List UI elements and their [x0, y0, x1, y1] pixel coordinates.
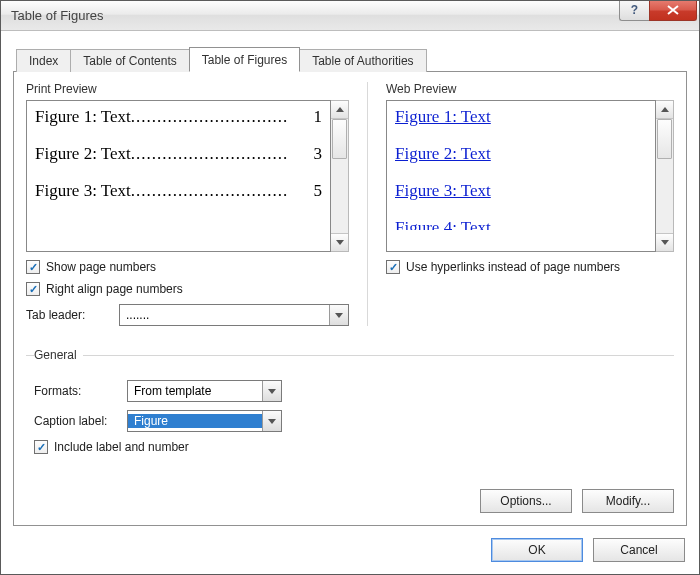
print-preview-column: Print Preview Figure 1: Text ...........…: [26, 82, 368, 326]
dropdown-button[interactable]: [262, 411, 281, 431]
leader-dots: ..............................: [131, 144, 314, 164]
print-preview-label: Print Preview: [26, 82, 349, 96]
print-preview-item-page: 1: [314, 107, 323, 127]
web-preview-link[interactable]: Figure 1: Text: [395, 107, 491, 127]
scroll-thumb[interactable]: [657, 119, 672, 159]
tab-pane: Print Preview Figure 1: Text ...........…: [13, 71, 687, 526]
use-hyperlinks-label: Use hyperlinks instead of page numbers: [406, 260, 620, 274]
include-label-label: Include label and number: [54, 440, 189, 454]
right-align-row: Right align page numbers: [26, 282, 349, 296]
tab-table-of-contents[interactable]: Table of Contents: [70, 49, 189, 72]
options-button[interactable]: Options...: [480, 489, 572, 513]
show-page-numbers-label: Show page numbers: [46, 260, 156, 274]
show-page-numbers-checkbox[interactable]: [26, 260, 40, 274]
print-preview-row: Figure 3: Text .........................…: [35, 181, 322, 201]
formats-label: Formats:: [34, 384, 119, 398]
chevron-up-icon: [661, 107, 669, 112]
scroll-down-button[interactable]: [656, 233, 673, 251]
formats-row: Formats: From template: [34, 380, 674, 402]
preview-columns: Print Preview Figure 1: Text ...........…: [26, 82, 674, 326]
print-preview-item-label: Figure 2: Text: [35, 144, 131, 164]
print-preview-item-label: Figure 3: Text: [35, 181, 131, 201]
modify-button[interactable]: Modify...: [582, 489, 674, 513]
formats-value: From template: [128, 384, 262, 398]
chevron-down-icon: [268, 419, 276, 424]
web-preview-link[interactable]: Figure 4: Text: [395, 218, 491, 230]
dropdown-button[interactable]: [262, 381, 281, 401]
tab-leader-value: .......: [120, 308, 329, 322]
right-align-checkbox[interactable]: [26, 282, 40, 296]
chevron-down-icon: [661, 240, 669, 245]
tab-table-of-figures[interactable]: Table of Figures: [189, 47, 300, 72]
web-preview-row: Figure 4: Text: [395, 218, 647, 230]
tab-index[interactable]: Index: [16, 49, 71, 72]
tabstrip: Index Table of Contents Table of Figures…: [16, 45, 687, 71]
include-label-row: Include label and number: [34, 440, 674, 454]
ok-button[interactable]: OK: [491, 538, 583, 562]
print-preview-box: Figure 1: Text .........................…: [26, 100, 331, 252]
scroll-up-button[interactable]: [656, 101, 673, 119]
help-button[interactable]: ?: [619, 1, 649, 21]
web-preview-scrollbar[interactable]: [656, 100, 674, 252]
tab-leader-select[interactable]: .......: [119, 304, 349, 326]
show-page-numbers-row: Show page numbers: [26, 260, 349, 274]
scroll-track[interactable]: [331, 119, 348, 233]
scroll-down-button[interactable]: [331, 233, 348, 251]
dialog-content: Index Table of Contents Table of Figures…: [1, 31, 699, 574]
web-preview-row: Figure 2: Text: [395, 144, 647, 164]
close-button[interactable]: [649, 1, 697, 21]
close-icon: [667, 5, 679, 15]
dropdown-button[interactable]: [329, 305, 348, 325]
chevron-down-icon: [336, 240, 344, 245]
caption-label-label: Caption label:: [34, 414, 119, 428]
chevron-down-icon: [268, 389, 276, 394]
caption-label-row: Caption label: Figure: [34, 410, 674, 432]
print-preview-item-page: 3: [314, 144, 323, 164]
titlebar: Table of Figures ?: [1, 1, 699, 31]
include-label-checkbox[interactable]: [34, 440, 48, 454]
tab-leader-row: Tab leader: .......: [26, 304, 349, 326]
web-preview-label: Web Preview: [386, 82, 674, 96]
web-preview-column: Web Preview Figure 1: Text Figure 2: Tex…: [368, 82, 674, 326]
window-buttons: ?: [619, 1, 697, 23]
caption-label-select[interactable]: Figure: [127, 410, 282, 432]
right-align-label: Right align page numbers: [46, 282, 183, 296]
print-preview-item-page: 5: [314, 181, 323, 201]
cancel-button[interactable]: Cancel: [593, 538, 685, 562]
print-preview-scrollbar[interactable]: [331, 100, 349, 252]
tab-table-of-authorities[interactable]: Table of Authorities: [299, 49, 426, 72]
dialog-footer: OK Cancel: [13, 526, 687, 562]
inner-button-row: Options... Modify...: [26, 475, 674, 513]
window-title: Table of Figures: [11, 8, 619, 23]
web-preview-box: Figure 1: Text Figure 2: Text Figure 3: …: [386, 100, 656, 252]
scroll-track[interactable]: [656, 119, 673, 233]
formats-select[interactable]: From template: [127, 380, 282, 402]
use-hyperlinks-checkbox[interactable]: [386, 260, 400, 274]
web-preview-link[interactable]: Figure 3: Text: [395, 181, 491, 201]
web-preview-link[interactable]: Figure 2: Text: [395, 144, 491, 164]
caption-label-value: Figure: [128, 414, 262, 428]
scroll-up-button[interactable]: [331, 101, 348, 119]
print-preview-item-label: Figure 1: Text: [35, 107, 131, 127]
chevron-down-icon: [335, 313, 343, 318]
general-legend: General: [34, 348, 83, 362]
tab-leader-label: Tab leader:: [26, 308, 111, 322]
print-preview-row: Figure 1: Text .........................…: [35, 107, 322, 127]
use-hyperlinks-row: Use hyperlinks instead of page numbers: [386, 260, 674, 274]
scroll-thumb[interactable]: [332, 119, 347, 159]
leader-dots: ..............................: [131, 107, 314, 127]
leader-dots: ..............................: [131, 181, 314, 201]
print-preview-wrap: Figure 1: Text .........................…: [26, 100, 349, 252]
web-preview-row: Figure 3: Text: [395, 181, 647, 201]
general-fieldset: General Formats: From template Caption l…: [26, 348, 674, 454]
dialog-window: Table of Figures ? Index Table of Conten…: [0, 0, 700, 575]
web-preview-row: Figure 1: Text: [395, 107, 647, 127]
web-preview-wrap: Figure 1: Text Figure 2: Text Figure 3: …: [386, 100, 674, 252]
print-preview-row: Figure 2: Text .........................…: [35, 144, 322, 164]
chevron-up-icon: [336, 107, 344, 112]
